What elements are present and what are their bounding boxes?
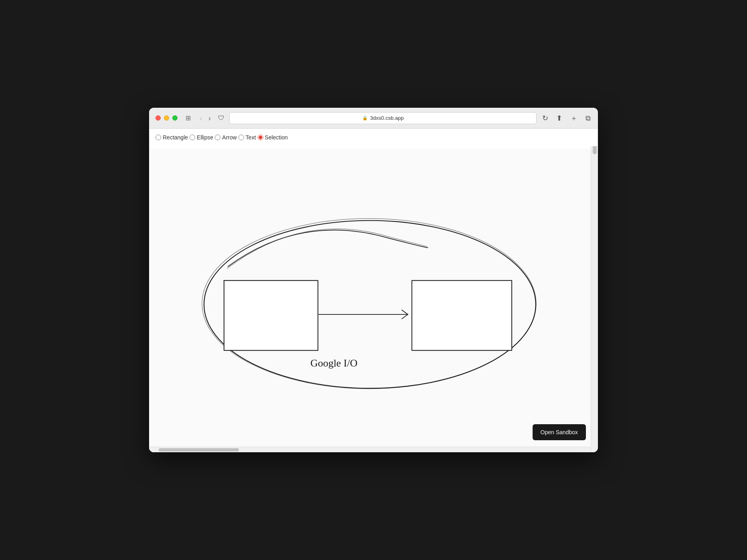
scrollbar-thumb-horizontal[interactable] bbox=[159, 448, 239, 451]
reload-button[interactable]: ↻ bbox=[541, 114, 549, 123]
tool-ellipse[interactable]: Ellipse bbox=[190, 134, 213, 141]
canvas-area[interactable]: Google I/O bbox=[149, 149, 591, 452]
tool-rectangle[interactable]: Rectangle bbox=[155, 134, 188, 141]
tool-arrow-radio[interactable] bbox=[215, 135, 220, 140]
lock-icon: 🔒 bbox=[362, 115, 368, 121]
tool-arrow[interactable]: Arrow bbox=[215, 134, 237, 141]
tool-text-label: Text bbox=[246, 134, 256, 141]
tool-ellipse-label: Ellipse bbox=[197, 134, 213, 141]
tool-ellipse-radio[interactable] bbox=[190, 135, 195, 140]
scrollbar-horizontal[interactable] bbox=[149, 447, 591, 452]
browser-window: ⊞ ‹ › 🛡 🔒 3dxs0.csb.app ↻ ⬆ ＋ ⧉ Rectangl… bbox=[149, 108, 598, 452]
tabs-button[interactable]: ⧉ bbox=[585, 114, 592, 123]
sidebar-toggle-icon[interactable]: ⊞ bbox=[186, 114, 191, 122]
title-bar: ⊞ ‹ › 🛡 🔒 3dxs0.csb.app ↻ ⬆ ＋ ⧉ bbox=[149, 108, 598, 129]
tool-rectangle-radio[interactable] bbox=[155, 135, 161, 140]
tool-selection[interactable]: Selection bbox=[258, 134, 288, 141]
url-text: 3dxs0.csb.app bbox=[370, 115, 404, 121]
close-button[interactable] bbox=[155, 115, 161, 121]
minimize-button[interactable] bbox=[164, 115, 169, 121]
tool-selection-label: Selection bbox=[265, 134, 288, 141]
traffic-lights bbox=[155, 115, 178, 121]
tool-arrow-label: Arrow bbox=[222, 134, 237, 141]
diagram-label: Google I/O bbox=[311, 357, 357, 369]
tool-selection-radio[interactable] bbox=[258, 135, 263, 140]
scrollbar-vertical[interactable] bbox=[591, 129, 598, 452]
drawing-toolbar: Rectangle Ellipse Arrow Text Selection bbox=[149, 129, 598, 146]
forward-button[interactable]: › bbox=[206, 114, 213, 123]
back-button[interactable]: ‹ bbox=[197, 114, 204, 123]
svg-rect-2 bbox=[224, 280, 318, 351]
toolbar-actions: ↻ ⬆ ＋ ⧉ bbox=[541, 114, 592, 123]
tool-text[interactable]: Text bbox=[238, 134, 256, 141]
address-bar[interactable]: 🔒 3dxs0.csb.app bbox=[229, 112, 537, 124]
maximize-button[interactable] bbox=[172, 115, 178, 121]
content-area: Rectangle Ellipse Arrow Text Selection bbox=[149, 129, 598, 452]
open-sandbox-button[interactable]: Open Sandbox bbox=[533, 424, 586, 440]
svg-rect-5 bbox=[412, 280, 512, 351]
tool-text-radio[interactable] bbox=[238, 135, 244, 140]
drawing-canvas[interactable]: Google I/O bbox=[149, 149, 591, 452]
share-button[interactable]: ⬆ bbox=[555, 114, 563, 123]
new-tab-button[interactable]: ＋ bbox=[569, 114, 578, 123]
tool-rectangle-label: Rectangle bbox=[163, 134, 188, 141]
nav-buttons: ‹ › bbox=[197, 114, 213, 123]
shield-icon: 🛡 bbox=[218, 115, 224, 122]
